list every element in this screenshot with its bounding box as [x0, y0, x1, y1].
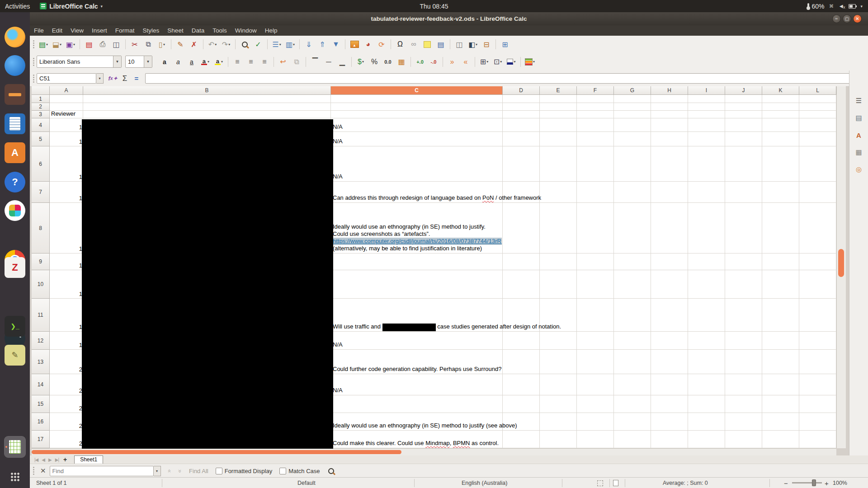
currency-button[interactable]: $▾	[354, 56, 367, 68]
cell-A5[interactable]: 1	[50, 132, 83, 146]
hyperlink-text[interactable]: https://www.computer.org/csdl/journal/ts…	[333, 238, 502, 245]
formula-input[interactable]	[145, 73, 859, 84]
column-header-L[interactable]: L	[799, 86, 836, 95]
row-header-3[interactable]: 3	[32, 111, 50, 118]
chevron-down-icon[interactable]: ▾	[514, 60, 515, 64]
add-decimal-place-button[interactable]: +.0	[414, 56, 426, 68]
libreoffice-writer-icon[interactable]	[5, 113, 25, 134]
chevron-down-icon[interactable]: ▾	[486, 60, 488, 64]
cell-A10[interactable]: 1	[50, 270, 83, 299]
gallery-icon[interactable]: ▦	[853, 147, 865, 158]
match-case-checkbox[interactable]: Match Case	[279, 468, 320, 474]
row-header-5[interactable]: 5	[32, 132, 50, 146]
system-indicators[interactable]: 60% ✖ ◄ₓ ▾	[804, 0, 866, 12]
row-header-13[interactable]: 13	[32, 350, 50, 374]
save-button[interactable]: ▣▾	[64, 38, 77, 50]
first-sheet-button[interactable]: |◀	[33, 457, 40, 462]
merge-cells-button[interactable]: ⧉	[290, 56, 303, 68]
menu-window[interactable]: Window	[231, 25, 261, 36]
menu-sheet[interactable]: Sheet	[163, 25, 187, 36]
print-preview-button[interactable]: ◫	[110, 38, 123, 50]
sheet-indicator[interactable]: Sheet 1 of 1	[36, 478, 66, 488]
column-header-K[interactable]: K	[762, 86, 799, 95]
app-menu-button[interactable]: LibreOffice Calc ▾	[35, 0, 108, 12]
cell-A4[interactable]: 1	[50, 118, 83, 132]
show-grid-lines-button[interactable]: ⊞	[499, 38, 511, 50]
column-header-I[interactable]: I	[688, 86, 725, 95]
clone-formatting-button[interactable]: ✎	[174, 38, 187, 50]
undo-button[interactable]: ↶▾	[206, 38, 219, 50]
number-format-button[interactable]: 0.0	[382, 56, 394, 68]
font-color-button[interactable]: a▾	[199, 56, 212, 68]
properties-icon[interactable]: ▤	[853, 113, 865, 123]
column-header-F[interactable]: F	[577, 86, 614, 95]
selection-mode-icon[interactable]	[597, 478, 603, 488]
align-top-button[interactable]: ▔	[309, 56, 321, 68]
column-header-D[interactable]: D	[503, 86, 540, 95]
language-indicator[interactable]: English (Australia)	[462, 478, 507, 488]
horizontal-scrollbar-thumb[interactable]	[32, 450, 401, 454]
row-header-6[interactable]: 6	[32, 146, 50, 182]
slack-icon[interactable]	[5, 200, 25, 221]
delete-decimal-place-button[interactable]: -.0	[427, 56, 440, 68]
increase-indent-button[interactable]: »	[446, 56, 458, 68]
column-header-G[interactable]: G	[614, 86, 651, 95]
insert-comment-button[interactable]	[421, 38, 434, 50]
freeze-rows-and-columns-button[interactable]: ◧▾	[467, 38, 479, 50]
cell-C6[interactable]: N/A	[331, 146, 503, 182]
column-header-H[interactable]: H	[651, 86, 688, 95]
toolbar-grip[interactable]	[33, 466, 35, 475]
menu-file[interactable]: File	[30, 25, 48, 36]
chevron-down-icon[interactable]: ▾	[73, 42, 75, 47]
italic-button[interactable]: a	[172, 56, 184, 68]
clear-formatting-button[interactable]: ✗	[188, 38, 200, 50]
split-window-button[interactable]: ⊟	[480, 38, 493, 50]
tab-sheet1[interactable]: Sheet1	[74, 455, 103, 464]
sort-ascending-button[interactable]: ⇓	[302, 38, 315, 50]
column-header-A[interactable]: A	[50, 86, 83, 95]
column-header-J[interactable]: J	[725, 86, 762, 95]
bold-button[interactable]: a	[158, 56, 171, 68]
align-left-button[interactable]: ≡	[231, 56, 244, 68]
select-all-corner[interactable]	[32, 86, 50, 95]
files-icon[interactable]	[5, 84, 25, 105]
formula-button[interactable]: =	[131, 73, 142, 84]
spelling-button[interactable]: ✓	[252, 38, 264, 50]
chevron-down-icon[interactable]: ▾	[293, 42, 295, 47]
hyperlink-button[interactable]: ∞	[407, 38, 420, 50]
minimize-button[interactable]: −	[832, 14, 841, 23]
cell-stats[interactable]: Average: ; Sum: 0	[663, 478, 708, 488]
name-box-dropdown[interactable]: ▾	[96, 73, 104, 84]
align-center-button[interactable]: ≡	[245, 56, 257, 68]
menu-edit[interactable]: Edit	[48, 25, 66, 36]
cell-C17[interactable]: Could make this clearer. Could use Mindm…	[331, 431, 503, 448]
wrap-text-button[interactable]: ↩	[277, 56, 289, 68]
new-document-button[interactable]: ▤▾	[37, 38, 50, 50]
toolbar-grip[interactable]	[33, 57, 35, 66]
chevron-down-icon[interactable]: ▾	[476, 42, 477, 47]
chevron-down-icon[interactable]: ▾	[208, 60, 209, 64]
function-wizard-button[interactable]: fx✦	[107, 73, 119, 84]
border-style-button[interactable]: ⊡▾	[491, 56, 504, 68]
sidebar-settings-icon[interactable]: ☰	[853, 95, 865, 106]
row-header-2[interactable]: 2	[32, 103, 50, 111]
find-and-replace-icon[interactable]	[328, 468, 334, 474]
row-header-7[interactable]: 7	[32, 182, 50, 203]
border-color-button[interactable]: ▾	[505, 56, 518, 68]
chevron-down-icon[interactable]: ▾	[46, 42, 48, 47]
align-bottom-button[interactable]: ▁	[336, 56, 349, 68]
zotero-icon[interactable]: Z	[5, 257, 25, 278]
cell-A3[interactable]: Reviewer	[50, 111, 83, 118]
row-header-1[interactable]: 1	[32, 95, 50, 103]
paste-button[interactable]: ▯▾	[156, 38, 168, 50]
center-vertically-button[interactable]: ─	[322, 56, 335, 68]
vertical-scrollbar[interactable]	[836, 86, 846, 448]
activities-button[interactable]: Activities	[0, 0, 35, 12]
font-name-combo[interactable]: Liberation Sans▼	[37, 56, 122, 68]
row-header-9[interactable]: 9	[32, 253, 50, 270]
help-icon[interactable]: ?	[5, 172, 25, 192]
column-header-B[interactable]: B	[83, 86, 331, 95]
open-button[interactable]: ⬓▾	[51, 38, 63, 50]
show-applications-icon[interactable]	[11, 473, 20, 482]
chevron-down-icon[interactable]: ▾	[163, 42, 165, 47]
